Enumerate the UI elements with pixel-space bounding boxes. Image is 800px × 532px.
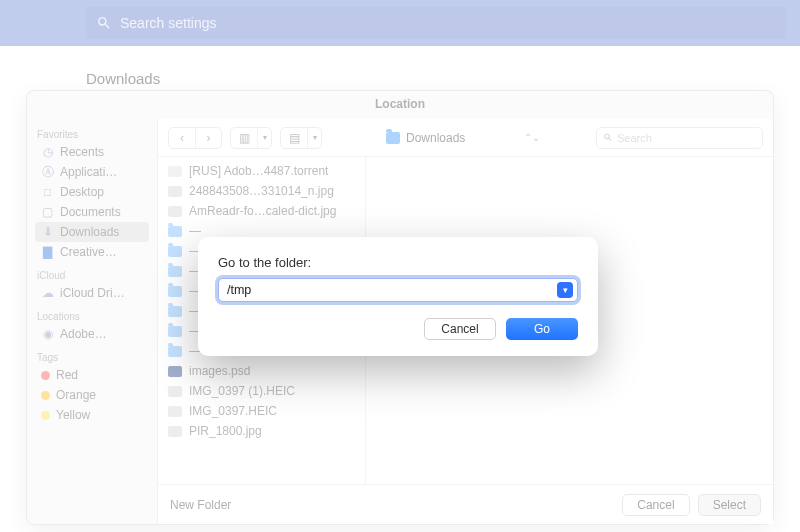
download-icon: ⬇: [41, 226, 54, 238]
search-icon: [603, 132, 613, 143]
sidebar-heading-favorites: Favorites: [37, 129, 147, 140]
search-settings-input[interactable]: [120, 15, 776, 31]
location-popup[interactable]: Downloads ⌃⌄: [378, 129, 548, 147]
file-icon: [168, 166, 182, 177]
red-tag-icon: [41, 371, 50, 380]
view-mode-column[interactable]: ▥ ▾: [230, 127, 272, 149]
back-button[interactable]: ‹: [169, 128, 195, 148]
go-to-folder-dialog: Go to the folder: ▾ Cancel Go: [198, 237, 598, 356]
desktop-icon: □: [41, 186, 54, 198]
clock-icon: ◷: [41, 146, 54, 158]
file-icon: [168, 406, 182, 417]
new-folder-button[interactable]: New Folder: [170, 498, 231, 512]
folder-icon: [386, 132, 400, 144]
file-row[interactable]: PIR_1800.jpg: [158, 421, 365, 441]
sidebar-item-recents[interactable]: ◷Recents: [35, 142, 149, 162]
go-to-folder-field[interactable]: ▾: [218, 278, 578, 302]
app-icon: Ⓐ: [41, 166, 54, 178]
forward-button[interactable]: ›: [195, 128, 221, 148]
yellow-tag-icon: [41, 411, 50, 420]
finder-search[interactable]: [596, 127, 763, 149]
page-title: Downloads: [86, 70, 160, 87]
file-icon: [168, 386, 182, 397]
finder-toolbar: ‹ › ▥ ▾ ▤ ▾ Downloads ⌃⌄: [158, 119, 773, 157]
sidebar-heading-tags: Tags: [37, 352, 147, 363]
nav-back-forward[interactable]: ‹ ›: [168, 127, 222, 149]
modal-cancel-button[interactable]: Cancel: [424, 318, 496, 340]
folder-icon: [168, 306, 182, 317]
document-icon: ▢: [41, 206, 54, 218]
location-label: Downloads: [406, 131, 465, 145]
cloud-icon: ☁: [41, 287, 54, 299]
folder-icon: [168, 226, 182, 237]
sheet-footer: New Folder Cancel Select: [158, 484, 773, 524]
chevron-down-icon[interactable]: ▾: [257, 128, 271, 148]
select-button[interactable]: Select: [698, 494, 761, 516]
file-row[interactable]: images.psd: [158, 361, 365, 381]
disk-icon: ◉: [41, 328, 54, 340]
folder-icon: [168, 326, 182, 337]
file-row[interactable]: AmReadr-fo…caled-dict.jpg: [158, 201, 365, 221]
columns-view-icon[interactable]: ▥: [231, 128, 257, 148]
folder-icon: [168, 266, 182, 277]
search-icon: [96, 15, 112, 31]
go-to-folder-label: Go to the folder:: [218, 255, 578, 270]
sidebar-item-downloads[interactable]: ⬇Downloads: [35, 222, 149, 242]
cancel-button[interactable]: Cancel: [622, 494, 689, 516]
modal-go-button[interactable]: Go: [506, 318, 578, 340]
folder-icon: [168, 346, 182, 357]
file-row[interactable]: IMG_0397.HEIC: [158, 401, 365, 421]
file-icon: [168, 426, 182, 437]
sidebar-item-documents[interactable]: ▢Documents: [35, 202, 149, 222]
file-icon: [168, 366, 182, 377]
dropdown-toggle-icon[interactable]: ▾: [557, 282, 573, 298]
folder-icon: ▇: [41, 246, 54, 258]
group-by-button[interactable]: ▤ ▾: [280, 127, 322, 149]
go-to-folder-input[interactable]: [227, 283, 557, 297]
sidebar-item-adobe[interactable]: ◉Adobe…: [35, 324, 149, 344]
file-icon: [168, 206, 182, 217]
folder-icon: [168, 246, 182, 257]
sidebar-tag-orange[interactable]: Orange: [35, 385, 149, 405]
sidebar-heading-icloud: iCloud: [37, 270, 147, 281]
search-settings-field[interactable]: [86, 7, 786, 39]
group-icon[interactable]: ▤: [281, 128, 307, 148]
finder-search-input[interactable]: [617, 132, 756, 144]
file-row[interactable]: IMG_0397 (1).HEIC: [158, 381, 365, 401]
sidebar-item-creative[interactable]: ▇Creative…: [35, 242, 149, 262]
chevron-down-icon[interactable]: ▾: [307, 128, 321, 148]
sidebar-item-desktop[interactable]: □Desktop: [35, 182, 149, 202]
folder-icon: [168, 286, 182, 297]
sidebar-tag-red[interactable]: Red: [35, 365, 149, 385]
file-icon: [168, 186, 182, 197]
sheet-title: Location: [27, 91, 773, 119]
sidebar-item-applications[interactable]: ⒶApplicati…: [35, 162, 149, 182]
finder-sidebar: Favorites ◷Recents ⒶApplicati… □Desktop …: [27, 119, 157, 524]
orange-tag-icon: [41, 391, 50, 400]
sidebar-heading-locations: Locations: [37, 311, 147, 322]
settings-topbar: [0, 0, 800, 46]
file-row[interactable]: [RUS] Adob…4487.torrent: [158, 161, 365, 181]
chevron-up-down-icon: ⌃⌄: [524, 132, 540, 143]
sidebar-tag-yellow[interactable]: Yellow: [35, 405, 149, 425]
file-row[interactable]: 248843508…331014_n.jpg: [158, 181, 365, 201]
sidebar-item-icloud-drive[interactable]: ☁iCloud Dri…: [35, 283, 149, 303]
